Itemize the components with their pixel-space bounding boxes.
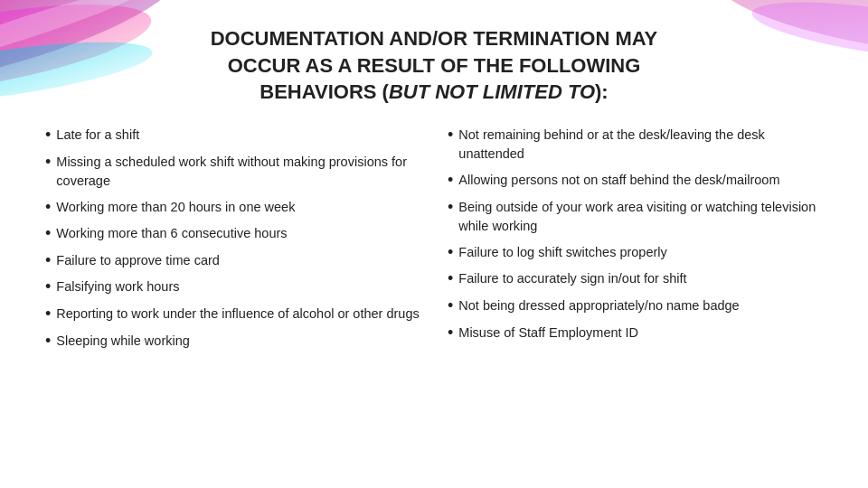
- list-item: Being outside of your work area visiting…: [448, 194, 823, 239]
- list-item: Working more than 6 consecutive hours: [45, 221, 420, 248]
- right-bullet-list: Not remaining behind or at the desk/leav…: [448, 122, 823, 346]
- left-bullet-list: Late for a shiftMissing a scheduled work…: [45, 122, 420, 354]
- list-item: Not remaining behind or at the desk/leav…: [448, 122, 823, 167]
- title-section: DOCUMENTATION AND/OR TERMINATION MAY OCC…: [36, 9, 832, 122]
- list-item: Falsifying work hours: [45, 274, 420, 301]
- list-item: Not being dressed appropriately/no name …: [448, 293, 823, 320]
- list-item: Sleeping while working: [45, 328, 420, 355]
- list-item: Failure to log shift switches properly: [448, 239, 823, 267]
- right-column: Not remaining behind or at the desk/leav…: [448, 122, 823, 479]
- list-item: Failure to accurately sign in/out for sh…: [448, 266, 823, 293]
- left-column: Late for a shiftMissing a scheduled work…: [45, 122, 420, 479]
- list-item: Late for a shift: [45, 122, 420, 149]
- list-item: Allowing persons not on staff behind the…: [448, 167, 823, 194]
- list-item: Misuse of Staff Employment ID: [448, 320, 823, 347]
- list-item: Failure to approve time card: [45, 248, 420, 275]
- list-item: Reporting to work under the influence of…: [45, 301, 420, 328]
- list-item: Working more than 20 hours in one week: [45, 194, 420, 221]
- list-item: Missing a scheduled work shift without m…: [45, 149, 420, 194]
- page-title: DOCUMENTATION AND/OR TERMINATION MAY OCC…: [54, 25, 814, 106]
